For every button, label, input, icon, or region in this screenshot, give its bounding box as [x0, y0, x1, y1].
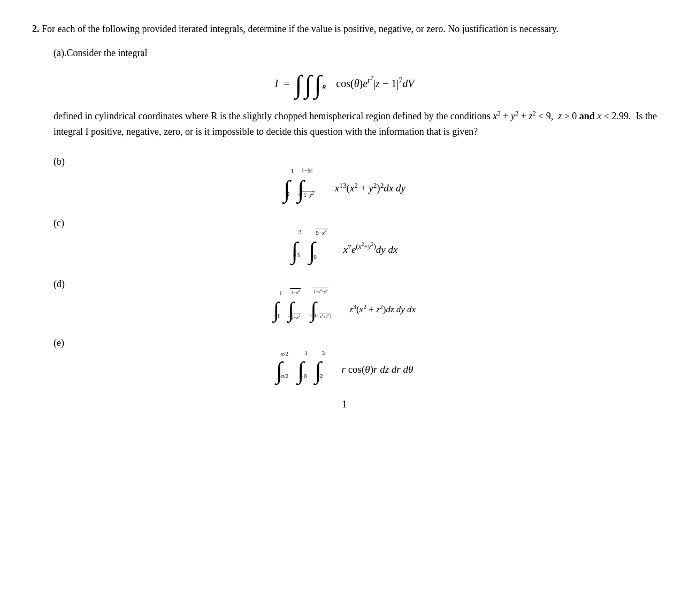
- part-e: (e) ∫ π/2 −π/2 ∫ 1 −0 ∫ 3: [32, 337, 657, 383]
- problem-number: 2.: [32, 24, 40, 34]
- part-b-integral: ∫ 1 0 ∫ 1−|y| −1−y2 x: [32, 177, 657, 202]
- part-d-integral: ∫ 1 −1 ∫ 1−x2 −1−x2 ∫: [32, 299, 657, 321]
- triple-integral-symbol2: ∫: [305, 72, 312, 97]
- part-e-label: (e): [53, 337, 657, 349]
- triple-integral-symbol: ∫: [295, 72, 302, 97]
- part-d-label: (d): [53, 279, 657, 290]
- page-number: 1: [32, 399, 657, 410]
- problem-intro: For each of the following provided itera…: [42, 24, 558, 34]
- part-a-label: (a).Consider the integral: [53, 45, 657, 61]
- part-d: (d) ∫ 1 −1 ∫ 1−x2 −1−x2: [32, 279, 657, 321]
- part-a-integral: I = ∫ ∫ ∫ R cos(θ)er7|z − 1|7dV: [32, 72, 657, 97]
- part-c: (c) ∫ 3 −3 ∫ 9−x2 0 x7e(: [32, 218, 657, 263]
- problem-header: 2. For each of the following provided it…: [32, 21, 657, 37]
- part-c-integral: ∫ 3 −3 ∫ 9−x2 0 x7e(x2+y2)dy dx: [32, 238, 657, 263]
- part-b: (b) ∫ 1 0 ∫ 1−|y| −1−y2: [32, 156, 657, 202]
- problem-container: 2. For each of the following provided it…: [32, 21, 657, 410]
- part-c-label: (c): [53, 218, 657, 229]
- part-b-label: (b): [53, 156, 657, 167]
- part-e-integral: ∫ π/2 −π/2 ∫ 1 −0 ∫ 3 −2: [32, 358, 657, 383]
- part-a: (a).Consider the integral I = ∫ ∫ ∫ R co…: [32, 45, 657, 140]
- part-a-description: defined in cylindrical coordinates where…: [53, 108, 657, 140]
